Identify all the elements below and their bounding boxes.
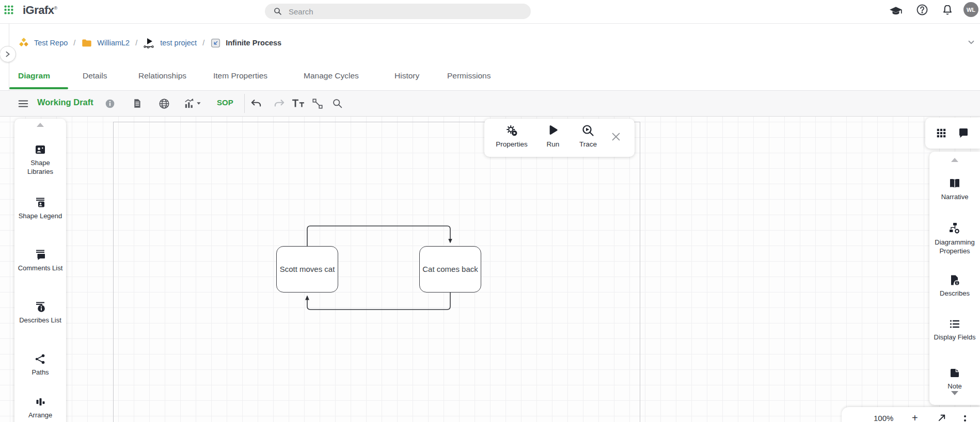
sop-button[interactable]: SOP xyxy=(217,98,233,107)
scroll-up-button[interactable] xyxy=(929,158,980,162)
view-options-panel xyxy=(925,118,980,149)
tab-details[interactable]: Details xyxy=(83,71,107,80)
grid-view-icon[interactable] xyxy=(936,127,947,139)
breadcrumb-separator: / xyxy=(134,39,138,47)
igrafx-logo: iGrafx® xyxy=(23,4,57,17)
node-label: Cat comes back xyxy=(422,264,478,274)
menu-hamburger-icon[interactable] xyxy=(18,99,29,109)
help-icon[interactable] xyxy=(916,4,928,16)
user-avatar[interactable]: WL xyxy=(963,2,978,17)
avatar-initials: WL xyxy=(967,7,975,13)
zoom-control-bar: 100% + xyxy=(842,407,980,422)
registered-mark: ® xyxy=(54,6,57,11)
note-icon xyxy=(949,367,961,379)
zoom-level-value[interactable]: 100% xyxy=(874,414,893,422)
tab-manage-cycles[interactable]: Manage Cycles xyxy=(304,71,359,80)
run-button[interactable]: Run xyxy=(547,124,560,148)
repository-icon xyxy=(18,37,29,48)
breadcrumb-current-item: Infinite Process xyxy=(226,39,281,47)
connector-top-loop[interactable] xyxy=(307,226,450,246)
trace-icon xyxy=(581,124,595,137)
shape-legend-button[interactable]: Shape Legend xyxy=(14,197,66,221)
shape-legend-icon xyxy=(34,197,46,209)
comment-bubble-icon[interactable] xyxy=(957,127,970,139)
display-fields-button[interactable]: Display Fields xyxy=(929,318,980,342)
search-icon xyxy=(273,7,282,16)
zoom-in-button[interactable]: + xyxy=(912,412,918,422)
global-search[interactable] xyxy=(265,4,531,19)
folder-icon xyxy=(81,37,92,48)
diagramming-properties-button[interactable]: Diagramming Properties xyxy=(929,222,980,256)
toolbar-divider xyxy=(244,94,245,113)
app-launcher-icon[interactable] xyxy=(3,4,14,15)
undo-icon[interactable] xyxy=(250,99,262,108)
chart-dropdown-icon[interactable] xyxy=(184,98,203,109)
academy-icon[interactable] xyxy=(889,5,903,18)
collapse-header-chevron-icon[interactable] xyxy=(967,38,976,47)
search-input[interactable] xyxy=(288,7,507,17)
close-icon[interactable] xyxy=(610,131,622,142)
connector-tool-icon[interactable] xyxy=(312,98,323,109)
diagram-toolbar: Working Draft xyxy=(0,90,980,117)
top-bar: iGrafx® xyxy=(0,0,980,24)
describes-button[interactable]: Describes xyxy=(929,274,980,298)
breadcrumb-separator: / xyxy=(201,39,206,47)
describes-document-icon xyxy=(949,274,961,286)
properties-gear-icon xyxy=(505,124,518,137)
diagram-node-cat-comes-back[interactable]: Cat comes back xyxy=(419,246,481,293)
connector-bottom-loop[interactable] xyxy=(307,293,450,310)
tab-item-properties[interactable]: Item Properties xyxy=(213,71,267,80)
app-window: Scott moves cat Cat comes back iGrafx® xyxy=(0,0,980,422)
redo-icon[interactable] xyxy=(274,99,285,108)
display-fields-list-icon xyxy=(949,318,961,330)
chevron-right-icon xyxy=(4,51,11,58)
comments-list-icon xyxy=(34,249,46,261)
breadcrumb-link-williaml2[interactable]: WilliamL2 xyxy=(97,39,130,47)
right-tool-panel: Narrative Diagramming Properties xyxy=(929,152,980,405)
comments-list-button[interactable]: Comments List xyxy=(14,249,66,273)
note-button[interactable]: Note xyxy=(929,367,980,391)
breadcrumb-link-test-repo[interactable]: Test Repo xyxy=(34,39,68,47)
describes-list-button[interactable]: Describes List xyxy=(14,301,66,325)
chevron-down-icon xyxy=(197,102,200,105)
left-tool-panel: Shape Libraries Shape Legend xyxy=(14,119,66,422)
narrative-book-icon xyxy=(948,177,961,190)
breadcrumb-separator: / xyxy=(72,39,76,47)
active-tab-underline xyxy=(9,87,68,89)
arrange-icon xyxy=(34,396,46,408)
properties-button[interactable]: Properties xyxy=(496,124,528,148)
shape-libraries-icon xyxy=(34,143,46,156)
breadcrumb: Test Repo / WilliamL2 / test project / xyxy=(18,35,281,51)
zoom-search-icon[interactable] xyxy=(332,98,343,109)
tab-relationships[interactable]: Relationships xyxy=(138,71,186,80)
trace-button[interactable]: Trace xyxy=(579,124,597,148)
diagramming-properties-icon xyxy=(948,222,961,235)
process-icon xyxy=(143,37,155,49)
expand-navigation-button[interactable] xyxy=(0,46,16,62)
run-play-icon xyxy=(547,124,559,137)
tab-diagram[interactable]: Diagram xyxy=(18,71,50,80)
breadcrumb-link-test-project[interactable]: test project xyxy=(160,39,197,47)
describes-list-icon xyxy=(34,301,46,313)
notifications-bell-icon[interactable] xyxy=(941,4,954,16)
arrange-button[interactable]: Arrange xyxy=(14,396,66,420)
scroll-up-button[interactable] xyxy=(14,123,66,127)
diagram-node-scott-moves-cat[interactable]: Scott moves cat xyxy=(276,246,338,293)
kebab-menu-icon[interactable] xyxy=(963,414,967,422)
simulation-toolbar: Properties Run Trace xyxy=(484,119,635,157)
document-icon[interactable] xyxy=(132,98,143,109)
tab-history[interactable]: History xyxy=(394,71,419,80)
scroll-down-button[interactable] xyxy=(929,391,980,395)
header-area: Test Repo / WilliamL2 / test project / xyxy=(0,23,980,90)
globe-icon[interactable] xyxy=(159,98,170,109)
node-label: Scott moves cat xyxy=(280,264,335,274)
tab-permissions[interactable]: Permissions xyxy=(447,71,491,80)
version-info-icon[interactable] xyxy=(105,99,115,109)
version-label[interactable]: Working Draft xyxy=(37,98,93,107)
diagram-item-icon xyxy=(210,38,221,48)
text-format-icon[interactable] xyxy=(292,98,305,109)
shape-libraries-button[interactable]: Shape Libraries xyxy=(14,143,66,176)
fullscreen-expand-icon[interactable] xyxy=(938,413,946,422)
narrative-button[interactable]: Narrative xyxy=(929,177,980,202)
paths-button[interactable]: Paths xyxy=(14,353,66,377)
